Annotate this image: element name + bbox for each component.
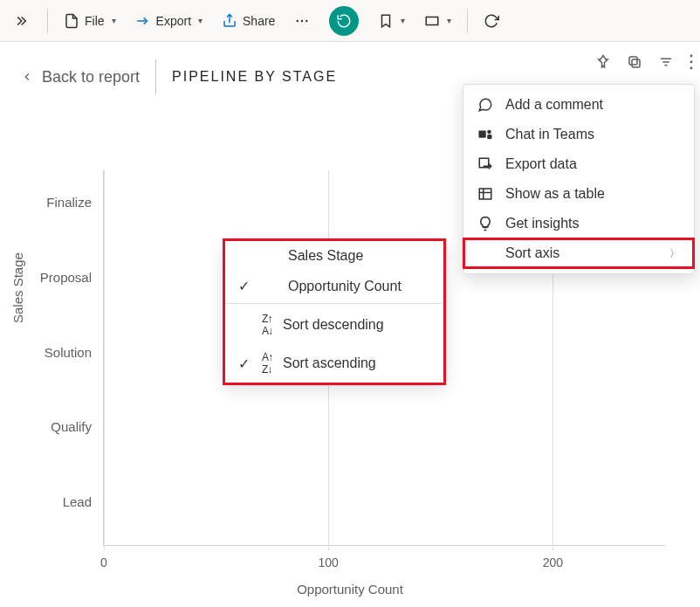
svg-rect-5 <box>427 17 439 24</box>
file-menu-button[interactable]: File ▾ <box>55 8 125 34</box>
menu-chat-teams[interactable]: Chat in Teams <box>463 120 694 149</box>
chevrons-right-icon <box>16 13 31 29</box>
svg-rect-7 <box>629 57 637 65</box>
sort-label: Sales Stage <box>288 248 363 264</box>
share-icon <box>222 13 237 29</box>
bookmark-icon <box>378 13 394 29</box>
chevron-down-icon: ▾ <box>447 16 451 25</box>
export-icon <box>135 13 151 29</box>
chevron-down-icon: ▾ <box>112 16 116 25</box>
svg-point-4 <box>305 19 307 21</box>
category-label: Proposal <box>40 270 104 285</box>
sort-field-sales-stage[interactable]: Sales Stage <box>225 241 443 271</box>
sort-field-opportunity-count[interactable]: ✓ Opportunity Count <box>225 271 443 301</box>
menu-label: Export data <box>505 156 577 172</box>
refresh-icon <box>336 13 352 29</box>
ellipsis-icon <box>294 13 310 29</box>
toolbar: File ▾ Export ▾ Share ▾ ▾ <box>0 0 700 42</box>
visual-action-icons <box>595 54 693 70</box>
sort-label: Opportunity Count <box>288 279 401 294</box>
reload-icon <box>484 13 499 29</box>
toolbar-separator <box>467 9 468 33</box>
menu-label: Chat in Teams <box>505 127 594 142</box>
category-label: Solution <box>45 345 104 360</box>
filter-icon[interactable] <box>658 54 674 70</box>
svg-rect-16 <box>487 135 491 139</box>
page-title: PIPELINE BY STAGE <box>172 69 337 85</box>
file-icon <box>64 13 79 29</box>
file-label: File <box>85 14 105 28</box>
sort-desc-icon: Z↑A↓ <box>262 313 272 337</box>
y-axis-label: Sales Stage <box>10 252 25 323</box>
lightbulb-icon <box>477 216 493 231</box>
svg-rect-14 <box>479 131 486 138</box>
svg-point-13 <box>690 67 693 70</box>
table-icon <box>477 186 493 202</box>
check-icon: ✓ <box>236 355 251 372</box>
chevron-down-icon: ▾ <box>401 16 405 25</box>
svg-rect-19 <box>479 189 491 199</box>
visual-context-menu: Add a comment Chat in Teams Export data … <box>463 84 695 274</box>
toolbar-expand-button[interactable] <box>7 8 40 34</box>
refresh-button[interactable] <box>320 1 367 41</box>
teams-icon <box>477 127 493 142</box>
svg-point-2 <box>297 19 299 21</box>
view-button[interactable]: ▾ <box>415 8 460 34</box>
sort-label: Sort descending <box>283 317 384 333</box>
gridline <box>104 170 105 550</box>
category-label: Qualify <box>51 419 104 434</box>
svg-point-15 <box>487 130 491 135</box>
chevron-left-icon <box>21 71 33 83</box>
category-label: Lead <box>63 494 104 509</box>
copy-icon[interactable] <box>627 54 642 70</box>
menu-label: Show as a table <box>505 186 605 202</box>
menu-show-table[interactable]: Show as a table <box>463 179 694 209</box>
sort-ascending[interactable]: ✓ A↑Z↓ Sort ascending <box>225 344 443 383</box>
svg-point-3 <box>301 19 303 21</box>
menu-label: Get insights <box>505 216 579 231</box>
rectangle-icon <box>424 13 440 29</box>
back-to-report-button[interactable]: Back to report <box>21 68 140 86</box>
check-icon: ✓ <box>236 278 251 294</box>
menu-get-insights[interactable]: Get insights <box>463 209 694 238</box>
sort-label: Sort ascending <box>283 355 376 371</box>
menu-add-comment[interactable]: Add a comment <box>463 90 694 120</box>
bookmark-button[interactable]: ▾ <box>369 8 414 34</box>
export-data-icon <box>477 156 493 172</box>
sort-descending[interactable]: Z↑A↓ Sort descending <box>225 306 443 344</box>
share-button[interactable]: Share <box>213 8 284 34</box>
category-label: Finalize <box>46 195 104 210</box>
blank-icon <box>477 245 493 261</box>
vertical-divider <box>155 59 156 94</box>
chevron-down-icon: ▾ <box>198 16 202 25</box>
x-tick: 200 <box>543 555 563 569</box>
share-label: Share <box>243 14 275 28</box>
x-axis-label: Opportunity Count <box>297 582 403 597</box>
menu-divider <box>225 303 443 304</box>
more-vertical-icon[interactable] <box>690 54 693 70</box>
menu-label: Add a comment <box>505 97 603 113</box>
back-label: Back to report <box>42 68 140 86</box>
export-menu-button[interactable]: Export ▾ <box>127 8 211 34</box>
menu-export-data[interactable]: Export data <box>463 149 694 179</box>
svg-point-11 <box>690 55 693 58</box>
x-tick: 0 <box>100 555 107 569</box>
pin-icon[interactable] <box>595 54 611 70</box>
comment-icon <box>477 97 493 113</box>
svg-point-12 <box>690 61 693 64</box>
menu-sort-axis[interactable]: Sort axis 〉 <box>463 238 694 268</box>
menu-label: Sort axis <box>505 245 559 261</box>
svg-rect-6 <box>632 59 640 67</box>
export-label: Export <box>156 14 191 28</box>
chevron-right-icon: 〉 <box>669 246 680 261</box>
more-button[interactable] <box>285 8 319 34</box>
sort-axis-submenu: Sales Stage ✓ Opportunity Count Z↑A↓ Sor… <box>225 241 443 383</box>
toolbar-separator <box>47 9 48 33</box>
x-tick: 100 <box>319 555 339 569</box>
sort-asc-icon: A↑Z↓ <box>262 351 272 376</box>
reload-button[interactable] <box>475 8 508 34</box>
